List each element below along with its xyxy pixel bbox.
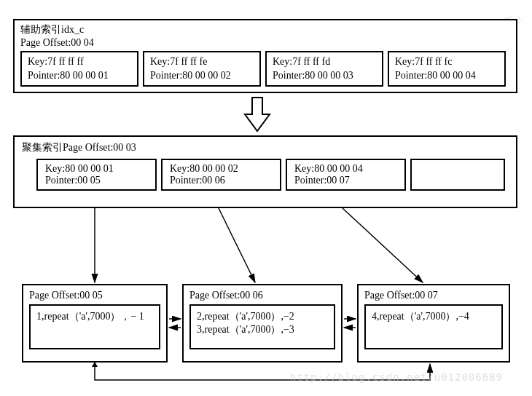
entry-pointer: Pointer:80 00 00 04 bbox=[395, 69, 498, 82]
entry-pointer: Pointer:00 07 bbox=[294, 175, 397, 186]
leaf-page-1: Page Offset:00 05 1,repeat（'a',7000），− 1 bbox=[22, 284, 168, 363]
leaf-offset: Page Offset:00 07 bbox=[364, 290, 503, 301]
leaf-page-2: Page Offset:00 06 2,repeat（'a',7000）,−2 … bbox=[182, 284, 343, 363]
entry-key: Key:7f ff ff ff bbox=[28, 55, 131, 68]
secondary-index-box: 辅助索引idx_c Page Offset:00 04 Key:7f ff ff… bbox=[13, 19, 517, 93]
entry-key: Key:7f ff ff fe bbox=[150, 55, 254, 68]
svg-line-1 bbox=[219, 208, 255, 282]
sec-entry: Key:7f ff ff fc Pointer:80 00 00 04 bbox=[388, 51, 506, 86]
clu-entry-empty bbox=[410, 159, 505, 191]
entry-pointer: Pointer:80 00 00 02 bbox=[150, 69, 254, 82]
entry-key: Key:7f ff ff fc bbox=[395, 55, 498, 68]
hollow-arrow-down bbox=[239, 96, 275, 132]
leaf-page-3: Page Offset:00 07 4,repeat（'a',7000）,−4 bbox=[357, 284, 510, 363]
sec-entry: Key:7f ff ff ff Pointer:80 00 00 01 bbox=[20, 51, 138, 86]
clustered-index-title: 聚集索引Page Offset:00 03 bbox=[22, 141, 509, 154]
entry-key: Key:80 00 00 04 bbox=[294, 163, 397, 175]
leaf-content: 4,repeat（'a',7000）,−4 bbox=[364, 304, 503, 349]
secondary-index-offset: Page Offset:00 04 bbox=[20, 36, 510, 50]
sec-entry: Key:7f ff ff fe Pointer:80 00 00 02 bbox=[143, 51, 261, 86]
svg-line-2 bbox=[343, 208, 423, 282]
secondary-index-entries: Key:7f ff ff ff Pointer:80 00 00 01 Key:… bbox=[20, 51, 510, 86]
clu-entry: Key:80 00 00 04 Pointer:00 07 bbox=[286, 159, 406, 191]
entry-pointer: Pointer:00 05 bbox=[45, 175, 148, 186]
clu-entry: Key:80 00 00 01 Pointer:00 05 bbox=[36, 159, 157, 191]
leaf-offset: Page Offset:00 05 bbox=[29, 290, 160, 301]
entry-key: Key:80 00 00 01 bbox=[45, 163, 148, 175]
entry-key: Key:80 00 00 02 bbox=[170, 163, 273, 175]
watermark-url: http://blog.csdn.net/u012006689 bbox=[290, 371, 503, 383]
entry-pointer: Pointer:00 06 bbox=[170, 175, 273, 186]
leaf-offset: Page Offset:00 06 bbox=[189, 290, 335, 301]
leaf-content: 1,repeat（'a',7000），− 1 bbox=[29, 304, 160, 349]
secondary-index-title: 辅助索引idx_c bbox=[20, 23, 510, 36]
entry-key: Key:7f ff ff fd bbox=[273, 55, 376, 68]
clustered-index-entries: Key:80 00 00 01 Pointer:00 05 Key:80 00 … bbox=[36, 159, 509, 191]
entry-pointer: Pointer:80 00 00 01 bbox=[28, 69, 131, 82]
clustered-index-box: 聚集索引Page Offset:00 03 Key:80 00 00 01 Po… bbox=[13, 135, 517, 208]
entry-pointer: Pointer:80 00 00 03 bbox=[273, 69, 376, 82]
sec-entry: Key:7f ff ff fd Pointer:80 00 00 03 bbox=[265, 51, 383, 86]
clu-entry: Key:80 00 00 02 Pointer:00 06 bbox=[161, 159, 281, 191]
leaf-content: 2,repeat（'a',7000）,−2 3,repeat（'a',7000）… bbox=[189, 304, 335, 349]
svg-marker-8 bbox=[92, 362, 98, 367]
